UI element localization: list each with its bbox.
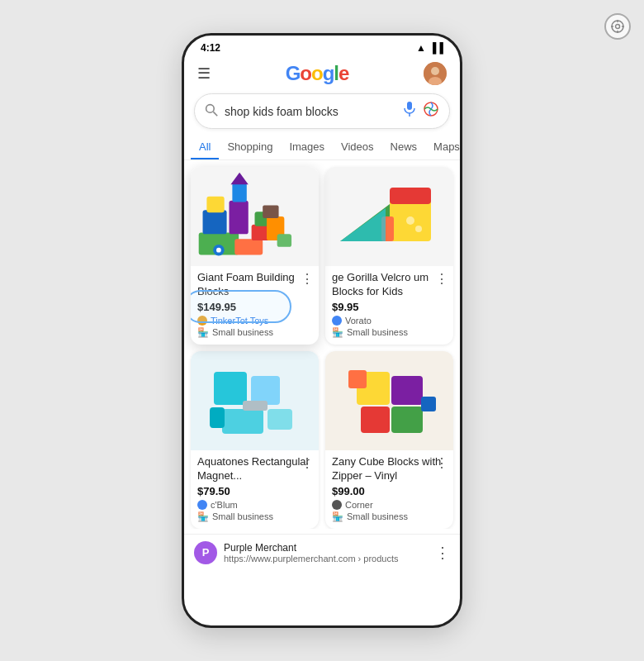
- tab-shopping[interactable]: Shopping: [219, 136, 281, 159]
- product-info-4: ⋮ Zany Cube Blocks with Zipper – Vinyl $…: [325, 450, 453, 529]
- svg-rect-24: [390, 188, 431, 204]
- svg-rect-40: [421, 397, 436, 411]
- svg-point-3: [206, 104, 215, 112]
- search-input[interactable]: [225, 105, 396, 118]
- product-card-2[interactable]: ⋮ ge Gorilla Velcro um Blocks for Kids $…: [325, 167, 453, 345]
- seller-name-2: Vorato: [345, 316, 372, 326]
- seller-dot-2: [332, 316, 342, 326]
- small-biz-row-3: 🏪 Small business: [197, 511, 312, 522]
- product-price-2: $9.95: [332, 301, 447, 313]
- svg-rect-21: [263, 205, 278, 218]
- small-biz-label-1: Small business: [212, 327, 273, 337]
- svg-rect-36: [391, 376, 423, 405]
- more-options-3[interactable]: ⋮: [301, 455, 314, 471]
- svg-point-19: [216, 248, 221, 253]
- seller-name-4: Corner: [345, 500, 373, 510]
- tab-news[interactable]: News: [382, 136, 426, 159]
- svg-rect-10: [203, 210, 227, 234]
- seller-row-4: Corner: [332, 500, 447, 510]
- tab-videos[interactable]: Videos: [333, 136, 382, 159]
- tab-all[interactable]: All: [191, 136, 219, 159]
- product-card-4[interactable]: ⋮ Zany Cube Blocks with Zipper – Vinyl $…: [325, 351, 453, 529]
- google-logo: Google: [286, 62, 349, 85]
- product-price-4: $99.00: [332, 485, 447, 497]
- more-options-4[interactable]: ⋮: [435, 455, 448, 471]
- lens-icon[interactable]: [423, 101, 439, 121]
- mic-icon[interactable]: [403, 101, 416, 121]
- bottom-bar-left: P Purple Merchant https://www.purplemerc…: [194, 541, 399, 564]
- product-info-1: ⋮ Giant Foam Building Blocks $149.95 Tin…: [191, 266, 319, 345]
- header: ☰ Google: [184, 57, 460, 90]
- small-biz-icon-4: 🏪: [332, 511, 343, 522]
- svg-rect-39: [348, 370, 367, 388]
- svg-point-42: [616, 25, 620, 29]
- svg-marker-26: [340, 208, 386, 241]
- merchant-name: Purple Merchant: [224, 542, 399, 554]
- seller-row-3: c'Blum: [197, 500, 312, 510]
- product-card-3[interactable]: ⋮ Aquatones Rectangular Magnet... $79.50…: [191, 351, 319, 529]
- small-biz-label-3: Small business: [212, 511, 273, 521]
- small-biz-label-4: Small business: [347, 511, 408, 521]
- product-price-3: $79.50: [197, 485, 312, 497]
- more-options-1[interactable]: ⋮: [301, 271, 314, 287]
- small-biz-label-2: Small business: [347, 327, 408, 337]
- product-title-2: ge Gorilla Velcro um Blocks for Kids: [332, 271, 447, 299]
- status-time: 4:12: [201, 42, 220, 54]
- svg-rect-15: [232, 183, 246, 202]
- product-info-3: ⋮ Aquatones Rectangular Magnet... $79.50…: [191, 450, 319, 529]
- bottom-more-icon[interactable]: ⋮: [435, 544, 450, 562]
- product-title-1: Giant Foam Building Blocks: [197, 271, 312, 299]
- small-biz-row-4: 🏪 Small business: [332, 511, 447, 522]
- svg-point-28: [415, 226, 422, 232]
- svg-point-27: [406, 216, 414, 225]
- product-image-2: [325, 167, 453, 266]
- svg-rect-20: [277, 234, 291, 247]
- products-area: ⋮ Giant Foam Building Blocks $149.95 Tin…: [184, 160, 460, 529]
- status-bar: 4:12 ▲ ▐▐: [184, 36, 460, 57]
- svg-point-1: [431, 67, 439, 75]
- tab-images[interactable]: Images: [281, 136, 333, 159]
- status-icons: ▲ ▐▐: [416, 42, 443, 54]
- seller-row-2: Vorato: [332, 316, 447, 326]
- phone-shell: 4:12 ▲ ▐▐ ☰ Google: [182, 33, 462, 628]
- seller-dot-3: [197, 500, 207, 510]
- menu-icon[interactable]: ☰: [197, 64, 211, 83]
- small-biz-row-2: 🏪 Small business: [332, 327, 447, 338]
- svg-rect-30: [251, 376, 280, 405]
- product-price-1: $149.95: [197, 301, 312, 313]
- seller-name-3: c'Blum: [211, 500, 238, 510]
- svg-rect-31: [222, 409, 263, 434]
- product-card-1[interactable]: ⋮ Giant Foam Building Blocks $149.95 Tin…: [191, 167, 319, 345]
- seller-dot-4: [332, 500, 342, 510]
- seller-dot-1: [197, 316, 207, 326]
- svg-rect-11: [230, 201, 249, 235]
- search-icon: [205, 103, 218, 120]
- avatar[interactable]: [424, 62, 447, 85]
- tab-maps[interactable]: Maps: [425, 136, 462, 159]
- svg-marker-16: [230, 173, 248, 185]
- svg-line-4: [213, 112, 217, 116]
- seller-name-1: TinkerTot Toys: [211, 316, 268, 326]
- merchant-info: Purple Merchant https://www.purplemercha…: [224, 542, 399, 564]
- small-biz-icon-1: 🏪: [197, 327, 209, 338]
- seller-row-1: TinkerTot Toys: [197, 316, 312, 326]
- more-options-2[interactable]: ⋮: [435, 271, 448, 287]
- svg-point-41: [612, 21, 623, 32]
- svg-rect-12: [206, 197, 224, 212]
- merchant-url: https://www.purplemerchant.com › product…: [224, 554, 399, 564]
- svg-rect-5: [407, 102, 412, 110]
- svg-rect-37: [361, 407, 390, 433]
- svg-rect-9: [234, 239, 263, 254]
- search-bar[interactable]: [194, 93, 450, 129]
- wifi-icon: ▲: [416, 42, 426, 54]
- cursor-target-icon: [604, 13, 631, 40]
- product-title-4: Zany Cube Blocks with Zipper – Vinyl: [332, 455, 447, 483]
- product-title-3: Aquatones Rectangular Magnet...: [197, 455, 312, 483]
- svg-rect-33: [210, 407, 225, 428]
- signal-icon: ▐▐: [429, 42, 443, 54]
- small-biz-row-1: 🏪 Small business: [197, 327, 312, 338]
- products-grid: ⋮ Giant Foam Building Blocks $149.95 Tin…: [191, 167, 453, 529]
- svg-rect-38: [391, 407, 423, 433]
- nav-tabs: All Shopping Images Videos News Maps: [184, 136, 460, 160]
- bottom-bar[interactable]: P Purple Merchant https://www.purplemerc…: [184, 534, 460, 571]
